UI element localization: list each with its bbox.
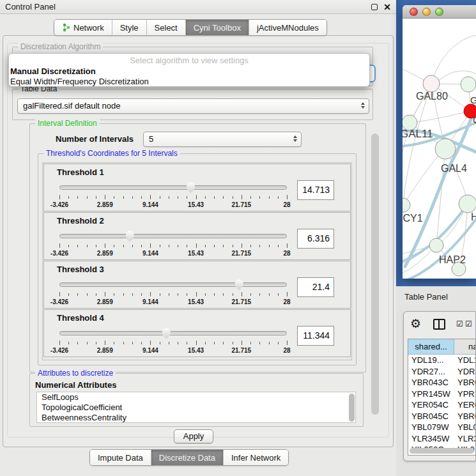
tick-mark — [150, 243, 151, 248]
apply-button[interactable]: Apply — [174, 429, 213, 443]
network-node[interactable] — [461, 77, 476, 92]
table-row[interactable]: YDL19...YDL1 — [408, 355, 475, 366]
zoom-traffic-icon[interactable] — [435, 8, 443, 16]
tab-style[interactable]: Style — [112, 20, 146, 35]
table-panel: ⚙ ☑ ☑ shared... na YDL19...YDL1YDR27...Y… — [403, 311, 476, 461]
vertical-scrollbar[interactable] — [371, 134, 379, 415]
minimize-traffic-icon[interactable] — [422, 8, 431, 16]
table-row[interactable]: YBL079WYBL0 — [408, 422, 475, 433]
tick-mark — [96, 342, 96, 344]
tab-label: Network — [73, 23, 104, 33]
close-icon[interactable]: ✕ — [383, 1, 391, 13]
tick-mark — [250, 196, 251, 199]
tab-infer-network[interactable]: Infer Network — [223, 450, 288, 465]
slider-track[interactable] — [59, 185, 287, 190]
screen: Control Panel ✕ NetworkStyleSelectCyni T… — [0, 0, 476, 476]
column-header-name[interactable]: na — [454, 339, 475, 354]
tick-mark — [223, 293, 224, 296]
column-header-shared-name[interactable]: shared... — [408, 339, 454, 354]
list-scrollbar[interactable] — [349, 394, 355, 422]
table-row[interactable]: YDR27...YDR2 — [408, 366, 475, 378]
network-node[interactable] — [403, 198, 410, 212]
split-panel-icon[interactable] — [433, 319, 445, 330]
cell-name[interactable]: YBR0 — [454, 411, 475, 422]
attribute-item-betweennesscentrality[interactable]: BetweennessCentrality — [37, 413, 355, 423]
scale-label: 21.715 — [232, 347, 252, 354]
cell-name[interactable]: YDR2 — [454, 366, 475, 378]
tick-mark — [187, 245, 187, 247]
cell-name[interactable]: YPR1 — [454, 388, 475, 400]
threshold-label: Threshold 1 — [57, 167, 104, 177]
tab-cyni-toolbox[interactable]: Cyni Toolbox — [185, 20, 249, 35]
slider-thumb[interactable] — [234, 279, 244, 290]
cell-shared-name[interactable]: YER054C — [408, 399, 454, 411]
table-row[interactable]: YLR345WYLR3 — [408, 433, 475, 445]
network-node[interactable] — [435, 139, 456, 159]
gear-icon[interactable]: ⚙ — [410, 316, 421, 331]
cell-shared-name[interactable]: YBL079W — [408, 422, 454, 433]
number-of-intervals-combobox[interactable]: 5 — [143, 132, 302, 147]
table-row[interactable]: YPR145WYPR1 — [408, 388, 475, 400]
scale-label: -3.426 — [50, 250, 68, 257]
checkbox-icon[interactable]: ☑ — [465, 319, 472, 328]
cell-shared-name[interactable]: YBR043C — [408, 377, 454, 388]
cell-shared-name[interactable]: YDL19... — [408, 355, 454, 366]
tick-mark — [233, 293, 233, 296]
slider-thumb[interactable] — [186, 182, 196, 193]
tick-mark — [132, 342, 133, 344]
slider-thumb[interactable] — [125, 231, 135, 242]
node-label-hap2: HAP2 — [439, 254, 466, 265]
network-canvas[interactable]: GAL80GACGAL11GAL4GCY1HHAP2 — [403, 19, 476, 279]
threshold-slider[interactable]: -3.4262.8599.14415.4321.71528 — [59, 327, 287, 353]
cell-name[interactable]: YBL0 — [454, 422, 475, 433]
algorithm-option-manual-discretization[interactable]: Manual Discretization — [9, 66, 369, 77]
threshold-value-field[interactable]: 21.4 — [297, 277, 334, 297]
cell-name[interactable]: YDL1 — [454, 355, 475, 366]
cell-name[interactable]: YBR0 — [454, 377, 475, 388]
threshold-coordinates-label: Threshold's Coordinates for 5 Intervals — [43, 149, 180, 158]
cell-shared-name[interactable]: YPR145W — [408, 388, 454, 400]
tick-mark — [123, 342, 124, 344]
network-node[interactable] — [429, 238, 443, 252]
tab-impute-data[interactable]: Impute Data — [90, 450, 151, 465]
horizontal-scrollbar[interactable] — [410, 448, 474, 454]
scale-label: 28 — [283, 298, 290, 305]
tab-network[interactable]: Network — [54, 20, 112, 35]
tab-select[interactable]: Select — [146, 20, 185, 35]
table-row[interactable]: YBR043CYBR0 — [408, 377, 475, 388]
table-row[interactable]: YER054CYER0 — [408, 399, 475, 411]
network-node[interactable] — [459, 195, 476, 213]
slider-track[interactable] — [59, 234, 287, 238]
cell-name[interactable]: YLR3 — [454, 433, 475, 445]
threshold-value-field[interactable]: 6.316 — [297, 229, 334, 249]
tab-discretize-data[interactable]: Discretize Data — [151, 450, 223, 465]
cell-shared-name[interactable]: YLR345W — [408, 433, 454, 445]
cell-shared-name[interactable]: YBR045C — [408, 411, 454, 422]
tab-jactivemnodules[interactable]: jActiveMNodules — [249, 20, 326, 35]
slider-track[interactable] — [59, 331, 287, 335]
tick-mark — [223, 342, 224, 344]
table-data-combobox[interactable]: galFiltered.sif default node — [17, 98, 369, 114]
threshold-value-field[interactable]: 14.713 — [297, 180, 334, 200]
numerical-attributes-list[interactable]: SelfLoopsTopologicalCoefficientBetweenne… — [36, 392, 356, 423]
threshold-slider[interactable]: -3.4262.8599.14415.4321.71528 — [59, 230, 287, 256]
slider-thumb[interactable] — [162, 328, 171, 339]
node-attribute-table[interactable]: shared... na YDL19...YDL1YDR27...YDR2YBR… — [408, 339, 476, 456]
attribute-item-selfloops[interactable]: SelfLoops — [37, 392, 355, 403]
algorithm-option-equal-width-frequency-discretization[interactable]: Equal Width/Frequency Discretization — [9, 77, 369, 87]
cell-name[interactable]: YER0 — [454, 399, 475, 411]
float-window-icon[interactable] — [371, 4, 378, 10]
network-node[interactable] — [423, 75, 440, 92]
threshold-slider[interactable]: -3.4262.8599.14415.4321.71528 — [59, 279, 287, 304]
threshold-slider[interactable]: -3.4262.8599.14415.4321.71528 — [59, 181, 287, 207]
slider-track[interactable] — [59, 282, 287, 287]
close-traffic-icon[interactable] — [410, 8, 418, 16]
table-row[interactable]: YBR045CYBR0 — [408, 411, 475, 422]
tick-mark — [278, 293, 279, 296]
threshold-value-field[interactable]: 11.344 — [297, 326, 334, 346]
tick-mark — [150, 341, 151, 345]
attribute-item-topologicalcoefficient[interactable]: TopologicalCoefficient — [37, 403, 355, 413]
checkbox-icon[interactable]: ☑ — [456, 319, 463, 328]
tick-mark — [59, 243, 60, 248]
cell-shared-name[interactable]: YDR27... — [408, 366, 454, 378]
